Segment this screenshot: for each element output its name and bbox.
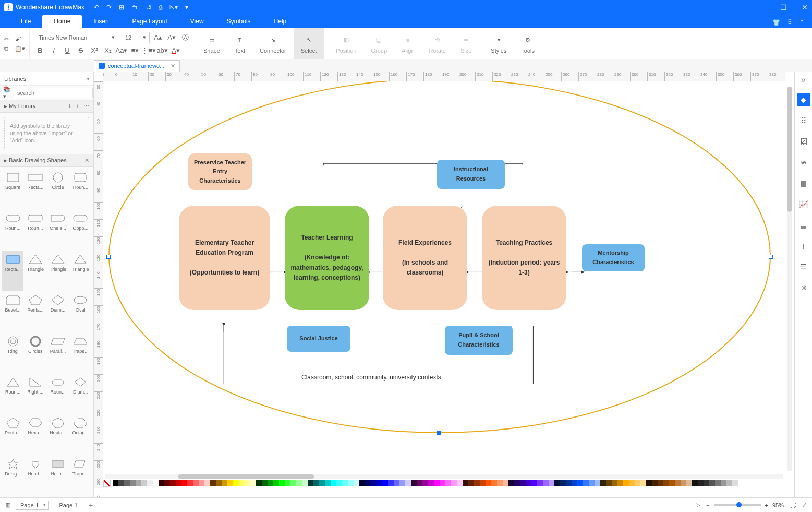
color-swatch[interactable] [325,480,331,486]
color-swatch[interactable] [193,480,199,486]
color-swatch[interactable] [463,480,468,486]
color-swatch[interactable] [170,480,176,486]
shape-item[interactable]: Recta... [25,169,46,209]
bullets-icon[interactable]: ≡▾ [130,45,140,56]
color-swatch[interactable] [681,480,686,486]
grid-icon[interactable]: ⠿ [787,19,792,26]
color-swatch[interactable] [652,480,658,486]
resize-handle[interactable] [769,255,773,259]
color-swatch[interactable] [572,480,577,486]
copy-icon[interactable]: ⧉ [4,45,8,52]
color-swatch[interactable] [549,480,554,486]
shuffle-icon[interactable]: ⤨ [797,281,810,294]
color-swatch[interactable] [440,480,445,486]
color-swatch[interactable] [279,480,285,486]
numbering-icon[interactable]: ⋮≡▾ [143,45,154,56]
shape-item[interactable]: Penta... [2,414,23,454]
shape-item[interactable]: Roun... [2,210,23,249]
color-swatch[interactable] [210,480,216,486]
shape-item[interactable]: One s... [47,210,69,249]
color-swatch[interactable] [359,480,365,486]
color-swatch[interactable] [130,480,136,486]
color-swatch[interactable] [732,480,738,486]
table-icon[interactable]: ▦ [797,218,810,232]
shape-item[interactable]: Octag... [70,414,91,454]
node-teaching[interactable]: Teaching Practices(Induction period: yea… [482,206,566,310]
shirt-icon[interactable]: 👕 [772,19,780,26]
color-swatch[interactable] [296,480,302,486]
superscript-icon[interactable]: X² [89,45,100,56]
color-swatch[interactable] [600,480,606,486]
shape-item[interactable]: Roun... [2,374,23,413]
shape-item[interactable]: Circles [25,333,46,373]
pages-icon[interactable]: ▥ [5,502,10,508]
color-swatch[interactable] [222,480,227,486]
color-swatch[interactable] [526,480,531,486]
shape-tool[interactable]: ▭Shape [196,28,227,59]
apps-icon[interactable]: ⠿ [797,114,810,127]
export-icon[interactable]: ⇱▾ [169,4,178,11]
font-size-select[interactable]: 12▾ [122,32,150,43]
color-swatch[interactable] [451,480,457,486]
color-swatch[interactable] [227,480,233,486]
collapse-ribbon-icon[interactable]: ⌃ [799,19,805,26]
bold-icon[interactable]: B [35,45,45,56]
chart-icon[interactable]: 📈 [797,197,810,211]
color-swatch[interactable] [709,480,715,486]
color-swatch[interactable] [726,480,732,486]
color-swatch[interactable] [623,480,629,486]
color-swatch[interactable] [290,480,296,486]
color-swatch[interactable] [566,480,572,486]
tools-tool[interactable]: ⚙Tools [514,28,542,59]
color-swatch[interactable] [371,480,377,486]
clear-format-icon[interactable]: Ⓐ [180,32,190,43]
strike-icon[interactable]: S [76,45,86,56]
fit-icon[interactable]: ⛶ [790,502,796,508]
node-mentorship[interactable]: Mentorship Characteristics [582,244,645,271]
doc-tab[interactable]: conceptual-framewo... ✕ [94,60,180,72]
shape-item[interactable]: Hexa... [25,414,46,454]
menu-insert[interactable]: Insert [82,15,120,28]
open-icon[interactable]: 🗀 [131,4,138,11]
menu-pagelayout[interactable]: Page Layout [120,15,178,28]
zoom-out-icon[interactable]: − [706,502,709,508]
color-swatch[interactable] [554,480,560,486]
color-swatch[interactable] [422,480,428,486]
image-icon[interactable]: 🖼 [797,135,810,148]
color-swatch[interactable] [268,480,273,486]
shape-item[interactable]: Right ... [25,374,46,413]
spacing-icon[interactable]: ab▾ [157,45,167,56]
color-swatch[interactable] [457,480,463,486]
color-swatch[interactable] [617,480,623,486]
subscript-icon[interactable]: X₂ [103,45,113,56]
collapse-panel-icon[interactable]: « [86,76,89,82]
shape-item[interactable]: Trape... [70,333,91,373]
color-swatch[interactable] [124,480,130,486]
color-swatch[interactable] [388,480,394,486]
styles-tool[interactable]: ✦Styles [483,28,514,59]
color-swatch[interactable] [514,480,520,486]
select-tool[interactable]: ↖Select [294,28,324,59]
color-swatch[interactable] [537,480,543,486]
shape-item[interactable]: Trape... [70,456,91,495]
node-instructional[interactable]: Instructional Resources [437,160,505,189]
font-name-select[interactable]: Times New Roman▾ [35,32,118,43]
shape-item[interactable]: Triangle [25,251,46,291]
color-swatch[interactable] [445,480,451,486]
color-swatch[interactable] [577,480,583,486]
maximize-icon[interactable]: ☐ [780,3,787,11]
color-swatch[interactable] [262,480,268,486]
present-icon[interactable]: ▷ [696,502,700,508]
color-swatch[interactable] [640,480,646,486]
color-swatch[interactable] [646,480,652,486]
color-swatch[interactable] [474,480,480,486]
color-swatch[interactable] [698,480,704,486]
shape-item[interactable]: Diam... [47,292,69,331]
grow-font-icon[interactable]: A▴ [153,32,163,43]
more-lib-icon[interactable]: ⋯ [83,103,89,110]
case-icon[interactable]: Aa▾ [116,45,127,56]
fullscreen-icon[interactable]: ⤢ [802,502,807,508]
color-swatch[interactable] [382,480,388,486]
menu-home[interactable]: Home [42,15,82,28]
color-swatch[interactable] [669,480,675,486]
